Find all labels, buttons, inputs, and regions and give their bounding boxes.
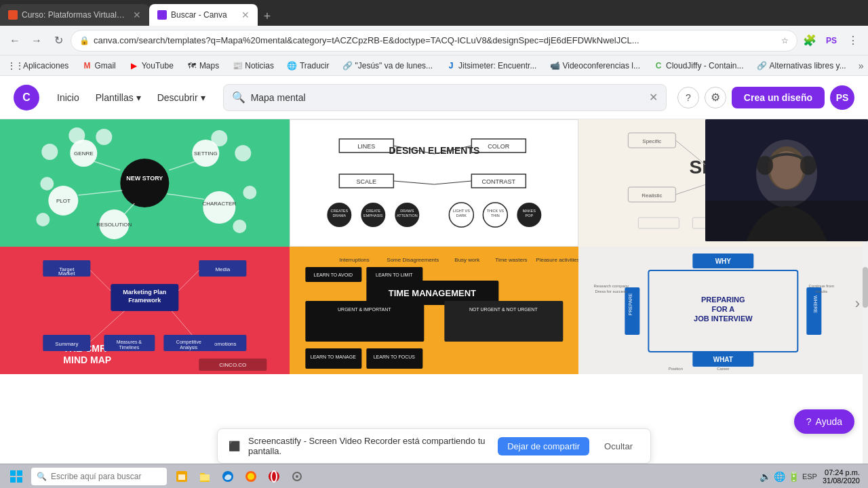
bookmark-jitsimeter[interactable]: J Jitsimeter: Encuentr... — [441, 60, 542, 72]
help-floating-button[interactable]: ? Ayuda — [794, 409, 854, 434]
bookmark-label-9: CloudJiffy - Contain... — [666, 61, 744, 70]
taskbar-search-input[interactable] — [51, 472, 161, 481]
canva-nav: Inicio Plantillas ▾ Descubrir ▾ — [50, 88, 212, 107]
tab-inactive[interactable]: Curso: Plataformas Virtuales Edu... ✕ — [0, 4, 149, 26]
svg-text:Timelines: Timelines — [119, 345, 139, 350]
template-card-5[interactable]: Interruptions Some Disagreements Busy wo… — [290, 247, 579, 374]
taskbar-battery-icon[interactable]: 🔋 — [788, 471, 800, 482]
taskbar-date-display: 31/08/2020 — [823, 476, 860, 485]
template-card-4[interactable]: THE CMR MIND MAP Marketing Plan Framewor… — [0, 247, 290, 374]
taskbar-app-explorer[interactable] — [171, 466, 193, 487]
svg-rect-149 — [705, 201, 868, 241]
taskbar-app-edge[interactable] — [217, 466, 239, 487]
taskbar-right: 🔊 🌐 🔋 ESP 07:24 p.m. 31/08/2020 — [760, 468, 865, 485]
traducir-icon: 🌐 — [288, 61, 297, 70]
bookmark-cloudjiffy[interactable]: C CloudJiffy - Contain... — [648, 60, 749, 72]
tab-active[interactable]: Buscar - Canva ✕ — [149, 4, 258, 26]
svg-text:Market: Market — [58, 270, 75, 277]
extensions-button[interactable]: 🧩 — [800, 31, 819, 50]
settings-button[interactable]: ⚙ — [705, 87, 726, 108]
reload-button[interactable]: ↻ — [49, 31, 68, 50]
svg-point-162 — [296, 475, 298, 478]
address-bar[interactable]: 🔒 canva.com/search/templates?q=Mapa%20me… — [71, 30, 797, 52]
taskbar-search-box[interactable]: 🔍 — [31, 468, 167, 485]
start-button[interactable] — [3, 466, 30, 487]
header-actions: ? ⚙ Crea un diseño PS — [677, 85, 854, 110]
hide-button[interactable]: Ocultar — [597, 437, 639, 455]
forward-button[interactable]: → — [27, 31, 46, 50]
taskbar: 🔍 🔊 🌐 🔋 ESP 07:24 p.m. 31/ — [0, 464, 868, 488]
notification-bar: ⬛ Screencastify - Screen Video Recorder … — [217, 428, 651, 464]
svg-rect-152 — [10, 477, 16, 483]
tab-close-2[interactable]: ✕ — [241, 9, 250, 20]
svg-text:LEARN TO FOCUS: LEARN TO FOCUS — [373, 354, 415, 359]
svg-text:PREPARING: PREPARING — [701, 296, 745, 304]
nav-inicio[interactable]: Inicio — [50, 88, 86, 107]
noticias-icon: 📰 — [233, 61, 242, 70]
avatar[interactable]: PS — [830, 85, 854, 110]
bookmark-apps[interactable]: ⋮⋮ Aplicaciones — [5, 60, 74, 72]
svg-text:Busy work: Busy work — [454, 257, 480, 263]
taskbar-volume-icon[interactable]: 🔊 — [760, 471, 771, 482]
svg-text:Career: Career — [717, 367, 729, 371]
taskbar-lang-label: ESP — [802, 472, 817, 481]
bookmark-alternativas[interactable]: 🔗 Alternativas libres y... — [751, 60, 851, 72]
svg-text:POP: POP — [525, 214, 533, 218]
search-clear-icon[interactable]: ✕ — [649, 91, 658, 104]
stop-sharing-button[interactable]: Dejar de compartir — [498, 437, 589, 455]
taskbar-app-settings[interactable] — [286, 466, 308, 487]
bookmark-youtube[interactable]: ▶ YouTube — [124, 60, 179, 72]
search-icon: 🔍 — [232, 91, 245, 104]
menu-button[interactable]: ⋮ — [844, 31, 863, 50]
plantillas-chevron-icon: ▾ — [136, 92, 141, 103]
taskbar-app-opera[interactable] — [263, 466, 285, 487]
svg-text:GENRE: GENRE — [74, 150, 93, 157]
new-tab-button[interactable]: + — [258, 7, 277, 26]
create-design-button[interactable]: Crea un diseño — [732, 87, 825, 108]
svg-point-19 — [68, 127, 85, 144]
back-button[interactable]: ← — [5, 31, 24, 50]
bookmark-maps[interactable]: 🗺 Maps — [182, 60, 224, 72]
svg-text:Dress for success: Dress for success — [595, 289, 628, 293]
bookmark-video[interactable]: 📹 Videoconferencias l... — [545, 60, 646, 72]
template-card-6[interactable]: WHY PREPARE WHERE WHAT PREPARING FOR — [578, 247, 868, 374]
bookmark-label-1: Gmail — [94, 61, 115, 70]
search-input[interactable] — [251, 92, 644, 103]
tab-close-1[interactable]: ✕ — [133, 9, 141, 20]
svg-text:LIGHT VS: LIGHT VS — [453, 209, 470, 213]
search-bar[interactable]: 🔍 ✕ — [223, 84, 667, 111]
template-card-1[interactable]: NEW STORY GENRE SETTING PLOT CHARACTER R… — [0, 119, 290, 247]
svg-text:Framework: Framework — [128, 297, 161, 304]
canva-logo[interactable]: C — [14, 85, 39, 110]
nav-descubrir[interactable]: Descubrir ▾ — [151, 88, 212, 107]
bookmark-noticias[interactable]: 📰 Noticias — [227, 60, 279, 72]
avatar-initials: PS — [836, 92, 849, 103]
bookmark-label-6: "Jesús" va de lunes... — [355, 61, 433, 70]
taskbar-network-icon[interactable]: 🌐 — [774, 471, 785, 482]
descubrir-chevron-icon: ▾ — [201, 92, 205, 103]
bookmark-gmail[interactable]: M Gmail — [77, 60, 121, 72]
lock-icon: 🔒 — [79, 36, 90, 45]
bookmark-label-5: Traducir — [300, 61, 330, 70]
svg-text:WHY: WHY — [715, 258, 732, 265]
scroll-right-arrow[interactable]: › — [855, 295, 860, 312]
svg-text:Some Disagreements: Some Disagreements — [387, 257, 439, 263]
profile-button[interactable]: PS — [822, 31, 841, 50]
nav-plantillas[interactable]: Plantillas ▾ — [89, 88, 148, 107]
cloudjiffy-icon: C — [654, 61, 663, 70]
bookmark-label-2: YouTube — [142, 61, 174, 70]
svg-text:Pleasure activities: Pleasure activities — [536, 257, 578, 263]
youtube-icon: ▶ — [130, 61, 139, 70]
taskbar-app-files[interactable] — [194, 466, 216, 487]
bookmark-traducir[interactable]: 🌐 Traducir — [282, 60, 335, 72]
svg-rect-150 — [10, 470, 16, 476]
template-card-2[interactable]: DESIGN ELEMENTS LINES COLOR SCALE C — [290, 119, 579, 247]
bookmarks-more[interactable]: » — [854, 59, 868, 73]
bookmark-jesus[interactable]: 🔗 "Jesús" va de lunes... — [337, 60, 438, 72]
star-icon[interactable]: ☆ — [781, 36, 789, 45]
scrollbar-thumb[interactable] — [863, 267, 868, 308]
svg-point-21 — [211, 130, 227, 146]
help-button[interactable]: ? — [677, 87, 699, 108]
svg-text:Time wasters: Time wasters — [495, 257, 527, 263]
taskbar-app-firefox[interactable] — [240, 466, 262, 487]
